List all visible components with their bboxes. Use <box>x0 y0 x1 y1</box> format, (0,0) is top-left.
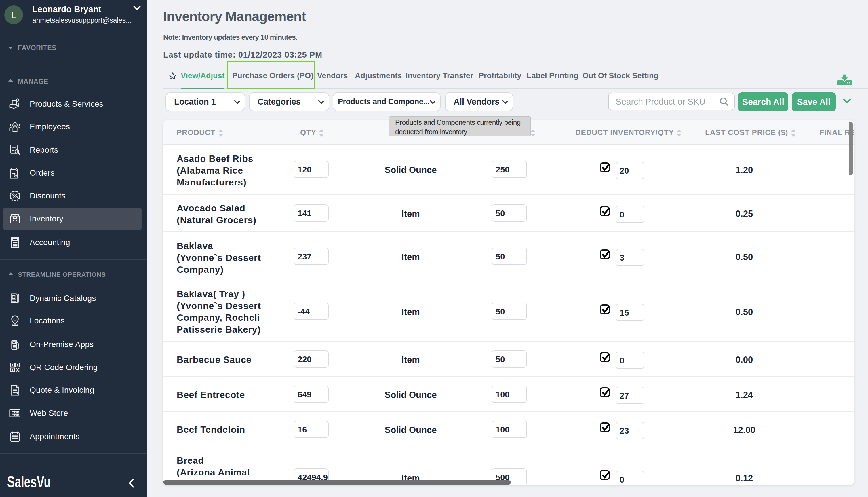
svg-text:$: $ <box>16 392 18 395</box>
